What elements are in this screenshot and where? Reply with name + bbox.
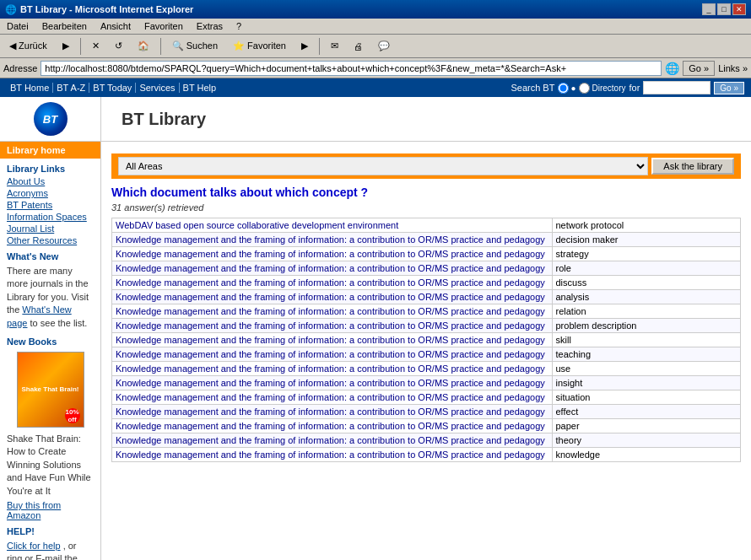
doc-cell[interactable]: Knowledge management and the framing of … [112, 233, 553, 247]
radio-bt-input[interactable] [558, 83, 569, 94]
table-row: Knowledge management and the framing of … [112, 362, 741, 376]
concept-cell: theory [552, 433, 741, 448]
doc-cell[interactable]: WebDAV based open source collaborative d… [112, 218, 553, 233]
concept-cell: knowledge [552, 448, 741, 462]
concept-cell: teaching [552, 347, 741, 362]
forward-button[interactable]: ▶ [57, 38, 75, 54]
doc-cell[interactable]: Knowledge management and the framing of … [112, 247, 553, 261]
ask-library-button[interactable]: Ask the library [651, 158, 734, 175]
doc-cell[interactable]: Knowledge management and the framing of … [112, 390, 553, 405]
search-dropdown[interactable]: All AreasBooksJournalsPatents [118, 157, 648, 175]
whats-new-link[interactable]: What's New page [7, 304, 72, 327]
doc-cell[interactable]: Knowledge management and the framing of … [112, 276, 553, 290]
nav-bt-home[interactable]: BT Home [7, 83, 53, 93]
favorites-button[interactable]: ⭐ Favoriten [227, 38, 292, 54]
bt-nav-links: BT Home BT A-Z BT Today Services BT Help [7, 83, 219, 93]
concept-cell: network protocol [552, 218, 741, 233]
home-button[interactable]: 🏠 [132, 38, 155, 54]
sidebar-link-journals[interactable]: Journal List [0, 223, 100, 234]
concept-cell: strategy [552, 247, 741, 261]
doc-cell[interactable]: Knowledge management and the framing of … [112, 448, 553, 462]
bt-logo-text: BT [43, 113, 57, 126]
media-button[interactable]: ▶ [295, 38, 314, 54]
concept-cell: situation [552, 390, 741, 405]
doc-cell[interactable]: Knowledge management and the framing of … [112, 290, 553, 304]
table-row: Knowledge management and the framing of … [112, 233, 741, 247]
sidebar-link-acronyms[interactable]: Acronyms [0, 187, 100, 199]
search-bt-label: Search BT [511, 83, 554, 93]
doc-cell[interactable]: Knowledge management and the framing of … [112, 319, 553, 333]
table-row: Knowledge management and the framing of … [112, 333, 741, 347]
radio-directory-input[interactable] [579, 83, 590, 94]
sidebar-link-infospaces[interactable]: Information Spaces [0, 211, 100, 223]
menu-ansicht[interactable]: Ansicht [97, 20, 134, 32]
nav-bt-today[interactable]: BT Today [89, 83, 136, 93]
toolbar: ◀ Zurück ▶ ✕ ↺ 🏠 🔍 Suchen ⭐ Favoriten ▶ … [0, 35, 751, 58]
book-discount-badge: 10% off [65, 408, 80, 423]
concept-cell: analysis [552, 290, 741, 304]
table-row: Knowledge management and the framing of … [112, 261, 741, 276]
nav-bt-help[interactable]: BT Help [180, 83, 220, 93]
concept-cell: use [552, 362, 741, 376]
toolbar-separator-2 [160, 38, 161, 55]
address-input[interactable] [41, 61, 662, 76]
doc-cell[interactable]: Knowledge management and the framing of … [112, 433, 553, 448]
bt-logo: BT [34, 102, 68, 136]
doc-cell[interactable]: Knowledge management and the framing of … [112, 376, 553, 390]
help-link[interactable]: Click for help [7, 541, 61, 551]
print-button[interactable]: 🖨 [348, 39, 369, 54]
stop-button[interactable]: ✕ [86, 38, 105, 54]
sidebar-link-patents[interactable]: BT Patents [0, 199, 100, 211]
menu-bearbeiten[interactable]: Bearbeiten [39, 20, 90, 32]
radio-directory[interactable]: Directory [579, 83, 625, 94]
window-title-bar: 🌐 BT Library - Microsoft Internet Explor… [0, 0, 751, 19]
doc-cell[interactable]: Knowledge management and the framing of … [112, 362, 553, 376]
sidebar-link-other[interactable]: Other Resources [0, 234, 100, 246]
menu-datei[interactable]: Datei [3, 20, 32, 32]
sidebar-link-about[interactable]: About Us [0, 175, 100, 187]
table-row: Knowledge management and the framing of … [112, 390, 741, 405]
close-button[interactable]: ✕ [732, 3, 746, 15]
nav-bt-az[interactable]: BT A-Z [53, 83, 89, 93]
results-count: 31 answer(s) retrieved [111, 202, 741, 213]
doc-cell[interactable]: Knowledge management and the framing of … [112, 261, 553, 276]
address-label: Adresse [3, 63, 37, 73]
doc-cell[interactable]: Knowledge management and the framing of … [112, 333, 553, 347]
table-row: Knowledge management and the framing of … [112, 448, 741, 462]
minimize-button[interactable]: _ [702, 3, 716, 15]
radio-bt[interactable]: ● [558, 83, 575, 94]
menu-favoriten[interactable]: Favoriten [141, 20, 186, 32]
sidebar-home-button[interactable]: Library home [0, 142, 100, 159]
ie-icon: 🌐 [5, 4, 17, 15]
buy-amazon-link[interactable]: Buy this from Amazon [0, 499, 100, 521]
concept-cell: role [552, 261, 741, 276]
window-controls[interactable]: _ □ ✕ [702, 3, 746, 15]
nav-services[interactable]: Services [136, 83, 179, 93]
concept-cell: decision maker [552, 233, 741, 247]
sidebar: Library home Library Links About Us Acro… [0, 142, 101, 560]
bt-go-button[interactable]: Go » [714, 82, 744, 94]
back-button[interactable]: ◀ Zurück [3, 38, 53, 54]
refresh-button[interactable]: ↺ [109, 38, 128, 54]
doc-cell[interactable]: Knowledge management and the framing of … [112, 304, 553, 319]
mail-button[interactable]: ✉ [325, 38, 344, 54]
search-bar: All AreasBooksJournalsPatents Ask the li… [111, 153, 741, 179]
maximize-button[interactable]: □ [717, 3, 731, 15]
book-cover-image: Shake That Brain! 10% off [17, 352, 84, 428]
title-section: BT Library [101, 97, 751, 141]
doc-cell[interactable]: Knowledge management and the framing of … [112, 347, 553, 362]
menu-extras[interactable]: Extras [193, 20, 226, 32]
doc-cell[interactable]: Knowledge management and the framing of … [112, 405, 553, 419]
search-button[interactable]: 🔍 Suchen [166, 38, 224, 54]
doc-cell[interactable]: Knowledge management and the framing of … [112, 419, 553, 433]
table-row: Knowledge management and the framing of … [112, 433, 741, 448]
discuss-button[interactable]: 💬 [372, 38, 396, 54]
header-row: BT BT Library [0, 97, 751, 142]
concept-cell: skill [552, 333, 741, 347]
table-row: Knowledge management and the framing of … [112, 405, 741, 419]
links-label: Links » [718, 63, 748, 73]
menu-help[interactable]: ? [233, 20, 245, 32]
bt-search-input[interactable] [643, 81, 710, 94]
for-label: for [629, 83, 640, 93]
go-button[interactable]: Go » [683, 61, 715, 76]
